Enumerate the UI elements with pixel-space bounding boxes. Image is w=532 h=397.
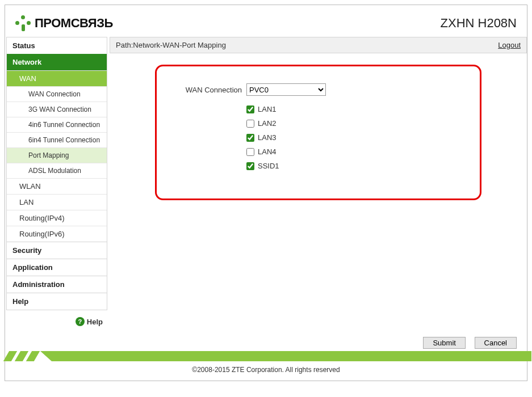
port-checkbox-row: SSID1 bbox=[246, 162, 468, 170]
port-checkbox-label: LAN1 bbox=[258, 105, 277, 113]
nav-adsl[interactable]: ADSL Modulation bbox=[7, 163, 107, 178]
cancel-button[interactable]: Cancel bbox=[475, 337, 517, 349]
port-checkbox-row: LAN4 bbox=[246, 147, 468, 156]
brand-icon bbox=[15, 15, 31, 31]
breadcrumb: Path:Network-WAN-Port Mapping bbox=[116, 41, 226, 49]
nav-routing-ipv4[interactable]: Routing(IPv4) bbox=[7, 210, 107, 226]
nav-application[interactable]: Application bbox=[7, 259, 107, 276]
nav-status[interactable]: Status bbox=[7, 37, 107, 54]
port-checkbox-row: LAN1 bbox=[246, 105, 468, 113]
nav-network[interactable]: Network bbox=[7, 54, 107, 70]
port-checkbox-lan2[interactable] bbox=[246, 120, 254, 128]
port-checkbox-lan3[interactable] bbox=[246, 134, 254, 142]
wan-connection-select[interactable]: PVC0 bbox=[246, 83, 326, 96]
content: Path:Network-WAN-Port Mapping Logout WAN… bbox=[107, 37, 527, 333]
copyright: ©2008-2015 ZTE Corporation. All rights r… bbox=[5, 366, 527, 374]
port-checkbox-row: LAN2 bbox=[246, 119, 468, 128]
help-icon: ? bbox=[76, 317, 85, 326]
nav-wlan[interactable]: WLAN bbox=[7, 178, 107, 194]
port-checkbox-label: LAN3 bbox=[258, 133, 277, 142]
nav-lan[interactable]: LAN bbox=[7, 194, 107, 210]
footer-strip bbox=[6, 351, 526, 361]
nav-3g-wan[interactable]: 3G WAN Connection bbox=[7, 102, 107, 117]
nav-6in4[interactable]: 6in4 Tunnel Connection bbox=[7, 132, 107, 147]
nav-port-mapping[interactable]: Port Mapping bbox=[7, 147, 107, 163]
nav-administration[interactable]: Administration bbox=[7, 276, 107, 293]
nav-security[interactable]: Security bbox=[7, 242, 107, 259]
submit-button[interactable]: Submit bbox=[423, 337, 465, 349]
logout-link[interactable]: Logout bbox=[498, 41, 521, 49]
help-link[interactable]: ? Help bbox=[6, 310, 107, 333]
logo: ПРОМСВЯЗЬ bbox=[15, 15, 113, 31]
nav-routing-ipv6[interactable]: Routing(IPv6) bbox=[7, 226, 107, 242]
port-checkbox-lan4[interactable] bbox=[246, 148, 254, 156]
header: ПРОМСВЯЗЬ ZXHN H208N bbox=[5, 5, 527, 37]
port-checkbox-label: LAN2 bbox=[258, 119, 277, 128]
port-checkbox-label: SSID1 bbox=[258, 162, 279, 170]
wan-connection-label: WAN Connection bbox=[168, 86, 242, 94]
port-checkbox-ssid1[interactable] bbox=[246, 162, 254, 170]
model-label: ZXHN H208N bbox=[441, 16, 517, 31]
sidebar: Status Network WAN WAN Connection 3G WAN… bbox=[6, 37, 107, 333]
help-label: Help bbox=[87, 318, 103, 326]
port-checkbox-label: LAN4 bbox=[258, 147, 277, 156]
port-checkbox-row: LAN3 bbox=[246, 133, 468, 142]
nav-wan-connection[interactable]: WAN Connection bbox=[7, 86, 107, 102]
port-checkbox-lan1[interactable] bbox=[246, 105, 254, 113]
port-mapping-panel: WAN Connection PVC0 LAN1LAN2LAN3LAN4SSID… bbox=[155, 65, 481, 200]
nav-help[interactable]: Help bbox=[7, 293, 107, 310]
footer-buttons: Submit Cancel bbox=[416, 337, 517, 349]
nav-4in6[interactable]: 4in6 Tunnel Connection bbox=[7, 117, 107, 132]
path-bar: Path:Network-WAN-Port Mapping Logout bbox=[110, 37, 527, 53]
brand-text: ПРОМСВЯЗЬ bbox=[35, 16, 113, 31]
nav-wan[interactable]: WAN bbox=[7, 70, 107, 86]
